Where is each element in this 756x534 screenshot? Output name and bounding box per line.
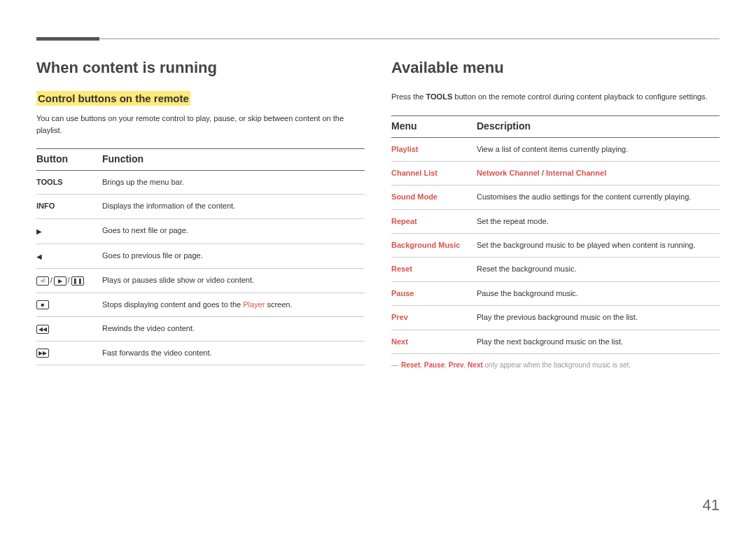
right-intro-pre: Press the (391, 92, 426, 101)
left-subheading: Control buttons on the remote (36, 91, 190, 106)
button-cell (36, 244, 102, 269)
footnote-dash: ― (391, 361, 398, 369)
fast-forward-icon: ▶▶ (36, 349, 49, 358)
button-cell: INFO (36, 195, 102, 218)
table-row: RepeatSet the repeat mode. (391, 209, 720, 233)
menu-name: Playlist (391, 145, 419, 153)
menu-cell: Reset (391, 258, 477, 281)
button-label: TOOLS (36, 178, 63, 186)
menu-table-header-menu: Menu (391, 115, 477, 137)
footnote-rest: only appear when the background music is… (483, 361, 631, 369)
description-cell: Play the next background music on the li… (477, 330, 720, 353)
description-cell: Set the background music to be played wh… (477, 234, 720, 258)
footnote-next: Next (468, 361, 483, 369)
function-cell: Brings up the menu bar. (102, 171, 365, 195)
table-row: TOOLSBrings up the menu bar. (36, 171, 365, 195)
button-cell: ▶▶ (36, 341, 102, 365)
table-row: Background MusicSet the background music… (391, 234, 720, 258)
rewind-icon: ◀◀ (36, 325, 49, 334)
table-row: PausePause the background music. (391, 281, 720, 305)
menu-name: Pause (391, 289, 414, 297)
table-row: Goes to previous file or page. (36, 244, 365, 269)
left-intro: You can use buttons on your remote contr… (36, 113, 365, 136)
footnote-reset: Reset (401, 361, 420, 369)
menu-name: Sound Mode (391, 192, 438, 201)
table-row: NextPlay the next background music on th… (391, 330, 720, 353)
buttons-table-header-button: Button (36, 149, 102, 171)
left-column: When content is running Control buttons … (36, 59, 365, 370)
menu-table-header-description: Description (477, 115, 720, 137)
description-sep: / (540, 169, 546, 177)
right-column: Available menu Press the TOOLS button on… (391, 59, 720, 370)
pause-icon: ❚❚ (71, 276, 84, 286)
manual-page: When content is running Control buttons … (0, 0, 756, 370)
table-row: ▶▶Fast forwards the video content. (36, 341, 365, 365)
description-cell: Play the previous background music on th… (477, 306, 720, 330)
function-cell: Displays the information of the content. (102, 195, 365, 218)
table-row: Sound ModeCustomises the audio settings … (391, 185, 720, 209)
table-row: ⏎/▶/❚❚Plays or pauses slide show or vide… (36, 269, 365, 293)
button-cell (36, 218, 102, 244)
buttons-table-header-function: Function (102, 149, 365, 171)
right-heading: Available menu (391, 59, 720, 77)
menu-name: Next (391, 337, 408, 346)
function-cell: Goes to previous file or page. (102, 244, 365, 269)
description-cell: Set the repeat mode. (477, 209, 720, 233)
footnote-prev: Prev (449, 361, 464, 369)
menu-cell: Playlist (391, 137, 477, 161)
enter-icon: ⏎ (36, 276, 49, 286)
menu-cell: Background Music (391, 234, 477, 258)
header-rule (36, 38, 720, 39)
function-cell: Rewinds the video content. (102, 317, 365, 341)
button-cell: ◀◀ (36, 317, 102, 341)
right-arrow-icon (36, 225, 42, 237)
stop-icon: ■ (36, 300, 49, 309)
table-row: ■Stops displaying content and goes to th… (36, 293, 365, 316)
table-row: Goes to next file or page. (36, 218, 365, 244)
menu-name: Repeat (391, 217, 417, 225)
two-column-layout: When content is running Control buttons … (36, 59, 720, 370)
right-intro: Press the TOOLS button on the remote con… (391, 91, 720, 103)
button-cell: ⏎/▶/❚❚ (36, 269, 102, 293)
function-cell: Plays or pauses slide show or video cont… (102, 269, 365, 293)
description-cell: View a list of content items currently p… (477, 137, 720, 161)
left-arrow-icon (36, 251, 42, 262)
table-row: INFODisplays the information of the cont… (36, 195, 365, 218)
menu-cell: Sound Mode (391, 185, 477, 209)
page-number: 41 (703, 496, 720, 514)
menu-cell: Channel List (391, 161, 477, 185)
description-cell: Customises the audio settings for the co… (477, 185, 720, 209)
left-heading: When content is running (36, 59, 365, 77)
button-cell: ■ (36, 293, 102, 316)
inline-red-text: Player (243, 300, 265, 309)
table-row: PlaylistView a list of content items cur… (391, 137, 720, 161)
table-row: ResetReset the background music. (391, 258, 720, 281)
play-icon: ▶ (54, 276, 66, 286)
menu-name: Background Music (391, 241, 460, 249)
function-cell: Stops displaying content and goes to the… (102, 293, 365, 316)
menu-table: Menu Description PlaylistView a list of … (391, 115, 720, 355)
right-intro-post: button on the remote control during cont… (452, 92, 707, 101)
button-label: INFO (36, 202, 55, 210)
description-cell: Reset the background music. (477, 258, 720, 281)
inline-red-text: Network Channel (477, 169, 540, 177)
menu-cell: Next (391, 330, 477, 353)
menu-name: Prev (391, 313, 408, 321)
description-cell: Network Channel / Internal Channel (477, 161, 720, 185)
right-intro-bold: TOOLS (426, 92, 453, 101)
table-row: PrevPlay the previous background music o… (391, 306, 720, 330)
menu-name: Channel List (391, 169, 438, 177)
menu-name: Reset (391, 265, 412, 273)
menu-cell: Prev (391, 306, 477, 330)
inline-red-text: Internal Channel (546, 169, 606, 177)
footnote-pause: Pause (424, 361, 444, 369)
table-row: ◀◀Rewinds the video content. (36, 317, 365, 341)
table-row: Channel ListNetwork Channel / Internal C… (391, 161, 720, 185)
footnote: ―Reset, Pause, Prev, Next only appear wh… (391, 360, 720, 370)
function-cell: Fast forwards the video content. (102, 341, 365, 365)
menu-cell: Pause (391, 281, 477, 305)
button-cell: TOOLS (36, 171, 102, 195)
buttons-table: Button Function TOOLSBrings up the menu … (36, 148, 365, 365)
description-cell: Pause the background music. (477, 281, 720, 305)
function-cell: Goes to next file or page. (102, 218, 365, 244)
